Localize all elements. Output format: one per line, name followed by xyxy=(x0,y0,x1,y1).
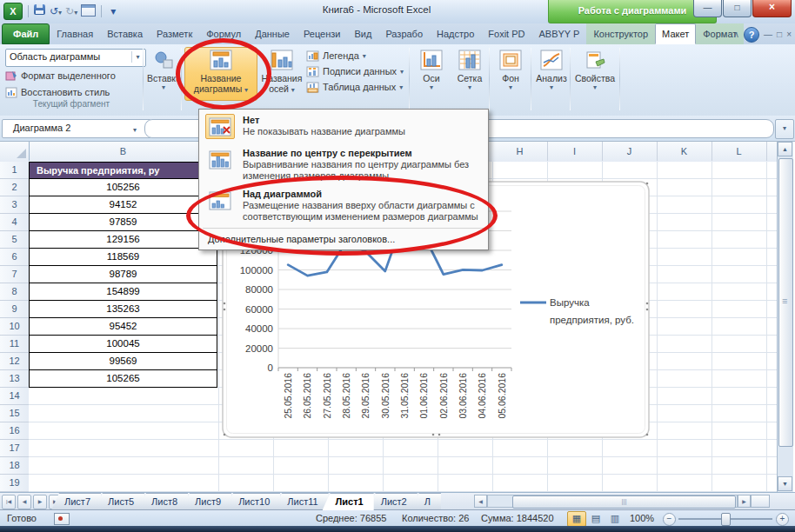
row-header-4[interactable]: 4 xyxy=(0,214,29,231)
name-box[interactable]: Диаграмма 2 ▾ xyxy=(2,119,151,138)
zoom-slider-thumb[interactable] xyxy=(721,513,731,526)
ribbon-tab-рецензи[interactable]: Рецензи xyxy=(297,23,348,44)
gridlines-button[interactable]: Сетка ▾ xyxy=(451,47,489,101)
data-table-button[interactable]: Таблица данных▾ xyxy=(306,79,409,95)
legend-button[interactable]: Легенда▾ xyxy=(306,48,409,63)
save-button[interactable] xyxy=(34,4,46,18)
row-header-13[interactable]: 13 xyxy=(0,370,29,388)
maximize-button[interactable]: □ xyxy=(723,0,752,17)
collapse-ribbon-icon[interactable]: ∧ xyxy=(733,28,739,42)
row-header-11[interactable]: 11 xyxy=(0,336,29,353)
doc-close-icon[interactable]: × xyxy=(786,28,792,42)
ribbon-tab-вид[interactable]: Вид xyxy=(347,23,378,44)
ribbon-tab-надстро[interactable]: Надстро xyxy=(430,23,481,44)
macro-record-icon[interactable] xyxy=(54,513,70,525)
table-cell-value[interactable]: 97859 xyxy=(30,214,217,231)
ribbon-tab-конструктор[interactable]: Конструктор xyxy=(586,23,655,44)
scroll-right-icon[interactable]: ▶ xyxy=(738,495,751,508)
ribbon-tab-разрабо[interactable]: Разрабо xyxy=(378,23,430,44)
row-header-17[interactable]: 17 xyxy=(0,440,29,457)
scroll-up-icon[interactable]: ▲ xyxy=(778,142,792,156)
customize-qat-button[interactable]: ▾ xyxy=(107,4,119,18)
format-selection-button[interactable]: Формат выделенного xyxy=(5,68,116,83)
chevron-down-icon[interactable]: ▾ xyxy=(133,123,137,138)
background-button[interactable]: Фон ▾ xyxy=(492,47,529,101)
vertical-scrollbar-thumb[interactable] xyxy=(778,158,793,447)
ribbon-tab-макет[interactable]: Макет xyxy=(655,23,696,44)
zoom-out-icon[interactable]: − xyxy=(663,513,676,526)
row-header-19[interactable]: 19 xyxy=(0,475,29,492)
page-break-view-icon[interactable]: ▥ xyxy=(605,511,625,527)
sheet-tab-лист10[interactable]: Лист10 xyxy=(225,493,280,510)
column-header-b[interactable]: B xyxy=(29,142,218,161)
doc-restore-icon[interactable]: □ xyxy=(777,28,782,42)
row-header-15[interactable]: 15 xyxy=(0,405,29,422)
table-cell-value[interactable]: 129156 xyxy=(30,231,217,249)
ribbon-tab-файл[interactable]: Файл xyxy=(2,23,50,44)
sheet-tab-лист9[interactable]: Лист9 xyxy=(182,493,231,510)
row-header-16[interactable]: 16 xyxy=(0,422,29,440)
doc-minimize-icon[interactable]: — xyxy=(764,28,772,42)
ribbon-tab-разметк[interactable]: Разметк xyxy=(150,23,199,44)
sheet-tab-лист5[interactable]: Лист5 xyxy=(95,493,144,510)
properties-button[interactable]: Свойства ▾ xyxy=(572,47,618,101)
scroll-down-icon[interactable]: ▼ xyxy=(778,476,792,491)
insert-button[interactable]: Вставка ▾ xyxy=(146,47,181,101)
sheet-tab-лист8[interactable]: Лист8 xyxy=(138,493,188,510)
menu-item-none[interactable]: Нет Не показывать название диаграммы xyxy=(201,111,489,139)
row-header-3[interactable]: 3 xyxy=(0,196,29,214)
zoom-level[interactable]: 100% xyxy=(630,513,654,523)
tab-split-handle[interactable] xyxy=(751,495,770,508)
column-header-i[interactable]: I xyxy=(547,142,603,161)
horizontal-scrollbar[interactable]: ◀ ||| ▶ xyxy=(474,495,770,508)
select-all-corner[interactable] xyxy=(0,142,30,161)
next-sheet-icon[interactable]: ▶ xyxy=(33,495,47,509)
sheet-tab-лист7[interactable]: Лист7 xyxy=(51,493,101,510)
sheet-tab-лист2[interactable]: Лист2 xyxy=(368,493,418,510)
ribbon-tab-формул[interactable]: Формул xyxy=(199,23,248,44)
row-header-7[interactable]: 7 xyxy=(0,266,29,283)
column-header-k[interactable]: K xyxy=(657,142,712,161)
reset-style-button[interactable]: Восстановить стиль xyxy=(5,84,110,100)
row-header-10[interactable]: 10 xyxy=(0,318,29,336)
normal-view-icon[interactable]: ▦ xyxy=(567,511,586,527)
chart-title-button[interactable]: Название диаграммы ▾ xyxy=(184,47,257,101)
chart-elements-combobox[interactable]: Область диаграммы ▾ xyxy=(5,49,146,67)
table-cell-value[interactable]: 95452 xyxy=(30,318,217,336)
minimize-button[interactable]: — xyxy=(693,0,722,17)
row-header-14[interactable]: 14 xyxy=(0,388,29,405)
table-cell-value[interactable]: 105265 xyxy=(30,370,217,387)
excel-logo-icon[interactable]: X xyxy=(3,3,23,20)
row-header-12[interactable]: 12 xyxy=(0,353,29,370)
prev-sheet-icon[interactable]: ◀ xyxy=(17,495,31,509)
first-sheet-icon[interactable]: |◀ xyxy=(2,495,16,509)
column-header-h[interactable]: H xyxy=(492,142,548,161)
row-header-8[interactable]: 8 xyxy=(0,283,29,301)
table-cell-value[interactable]: 118569 xyxy=(30,249,217,266)
table-cell-value[interactable]: 99569 xyxy=(30,353,217,370)
axes-button[interactable]: Оси ▾ xyxy=(412,47,451,101)
menu-item-centered-overlay[interactable]: Название по центру с перекрытием Выравни… xyxy=(201,144,489,182)
vertical-scrollbar[interactable]: ▲ ▼ xyxy=(777,142,793,492)
row-header-5[interactable]: 5 xyxy=(0,231,29,249)
row-header-9[interactable]: 9 xyxy=(0,301,29,318)
zoom-in-icon[interactable]: + xyxy=(776,513,789,526)
ribbon-tab-главная[interactable]: Главная xyxy=(50,23,100,44)
analysis-button[interactable]: Анализ ▾ xyxy=(533,47,570,101)
horizontal-scrollbar-thumb[interactable]: ||| xyxy=(512,495,736,509)
data-labels-button[interactable]: Подписи данных▾ xyxy=(306,63,409,79)
cell-b1-header[interactable]: Выручка предприятия, ру xyxy=(29,162,217,179)
table-cell-value[interactable]: 135263 xyxy=(30,301,217,318)
row-header-18[interactable]: 18 xyxy=(0,457,29,475)
row-header-6[interactable]: 6 xyxy=(0,249,29,266)
new-window-button[interactable] xyxy=(81,4,96,18)
menu-more-options[interactable]: Дополнительные параметры заголовков... xyxy=(208,232,395,246)
help-icon[interactable]: ? xyxy=(744,27,759,43)
row-header-1[interactable]: 1 xyxy=(0,162,29,179)
table-cell-value[interactable]: 94152 xyxy=(30,196,217,214)
ribbon-tab-вставка[interactable]: Вставка xyxy=(100,23,150,44)
table-cell-value[interactable]: 154899 xyxy=(30,283,217,301)
ribbon-tab-foxit pd[interactable]: Foxit PD xyxy=(481,23,531,44)
sheet-tab-лист11[interactable]: Лист11 xyxy=(274,493,328,510)
expand-formula-bar-icon[interactable]: ▾ xyxy=(775,119,794,139)
